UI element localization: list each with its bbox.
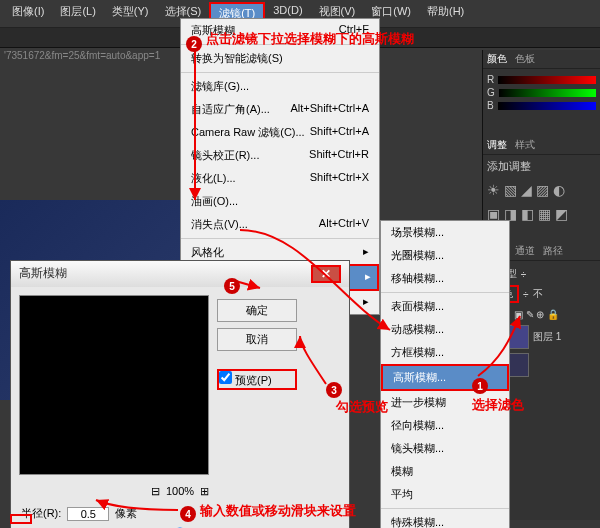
ann-text-3: 勾选预览 — [336, 398, 388, 416]
ann-box — [10, 514, 32, 524]
ann-badge-2: 2 — [186, 36, 202, 52]
ann-text-4: 输入数值或移动滑块来设置 — [200, 502, 356, 520]
ann-text-2: 点击滤镜下拉选择模糊下的高斯模糊 — [206, 30, 414, 48]
ann-badge-5: 5 — [224, 278, 240, 294]
ann-badge-1: 1 — [472, 378, 488, 394]
ann-badge-3: 3 — [326, 382, 342, 398]
ann-badge-4: 4 — [180, 506, 196, 522]
ann-text-1: 选择滤色 — [472, 396, 524, 414]
